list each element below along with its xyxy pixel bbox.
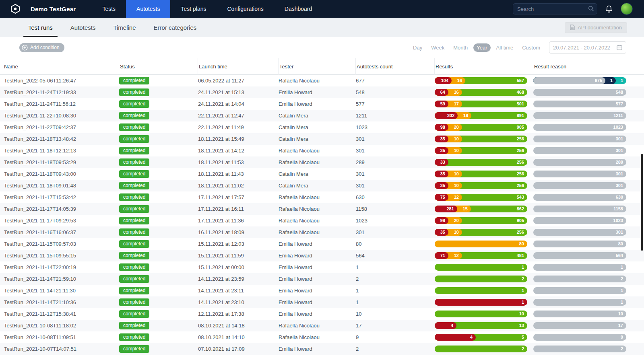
table-row[interactable]: TestRun_2021-11-17T09:29:53completed17.1… xyxy=(0,215,644,226)
table-row[interactable]: TestRun_2021-11-16T16:06:37completed16.1… xyxy=(0,226,644,238)
status-badge: completed xyxy=(119,275,149,283)
column-header-name: Name xyxy=(3,58,119,75)
period-week[interactable]: Week xyxy=(428,43,448,52)
bar-segment-value: 301 xyxy=(616,229,623,236)
bar-segment-failed: 4 xyxy=(435,322,456,329)
cell-result-reason: 80 xyxy=(533,241,644,247)
nav-item-autotests[interactable]: Autotests xyxy=(126,0,170,18)
cell-result-reason: 1023 xyxy=(533,124,644,131)
app-logo[interactable] xyxy=(0,4,31,14)
table-row[interactable]: TestRun_2021-11-24T11:56:12completed24.1… xyxy=(0,98,644,110)
add-condition-button[interactable]: Add condition xyxy=(19,43,64,52)
table-row[interactable]: TestRun_2021-10-08T11:18:02completed08.1… xyxy=(0,320,644,331)
bar-segment-failed: 281 xyxy=(435,206,457,212)
bar-segment-failed: 302 xyxy=(435,112,458,119)
bar-segment-passed: 1 xyxy=(435,287,527,294)
result-reason-bar: 630 xyxy=(533,194,626,201)
table-row[interactable]: TestRun_2021-11-18T13:48:42completed18.1… xyxy=(0,133,644,145)
table-row[interactable]: TestRun_2021-11-15T09:57:03completed15.1… xyxy=(0,238,644,250)
bar-segment-failed: 75 xyxy=(435,194,448,201)
status-badge: completed xyxy=(119,333,149,341)
table-row[interactable]: TestRun_2021-11-22T10:08:30completed22.1… xyxy=(0,110,644,121)
api-documentation-button[interactable]: API documentation xyxy=(565,22,627,33)
bar-segment-value: 481 xyxy=(517,252,524,259)
cell-status: completed xyxy=(119,217,198,224)
period-custom[interactable]: Custom xyxy=(519,43,543,52)
period-all-time[interactable]: All time xyxy=(493,43,517,52)
table-row[interactable]: TestRun_2021-11-18T09:53:29completed18.1… xyxy=(0,156,644,168)
table-row[interactable]: TestRun_2021-11-18T09:43:00completed18.1… xyxy=(0,168,644,180)
nav-item-tests[interactable]: Tests xyxy=(92,0,126,18)
add-condition-label: Add condition xyxy=(30,45,60,50)
result-reason-bar: 564 xyxy=(533,252,626,259)
cell-results: 7512543 xyxy=(435,194,533,201)
period-year[interactable]: Year xyxy=(473,43,490,52)
vertical-scrollbar-track[interactable] xyxy=(640,75,644,362)
bar-segment-value: 10 xyxy=(454,147,459,154)
results-bar: 7112481 xyxy=(435,252,527,259)
date-range-picker[interactable]: 20.07.2021 - 20.07.2022 xyxy=(549,41,626,53)
tab-error-categories[interactable]: Error categories xyxy=(145,18,206,37)
cell-launch-time: 18.11.2021 at 14:12 xyxy=(198,148,279,154)
table-row[interactable]: TestRun_2021-11-14T21:10:36completed14.1… xyxy=(0,296,644,308)
bar-segment-value: 1023 xyxy=(613,217,623,224)
table-row[interactable]: TestRun_2021-11-15T09:55:15completed15.1… xyxy=(0,250,644,261)
results-bar: 1 xyxy=(435,264,527,271)
bar-segment-grey: 1 xyxy=(533,264,626,271)
bar-segment-grey: 1023 xyxy=(533,124,626,131)
notifications-bell-icon[interactable] xyxy=(605,4,613,13)
bar-segment-value: 256 xyxy=(517,182,524,189)
table-row[interactable]: TestRun_2021-11-14T22:00:19completed15.1… xyxy=(0,261,644,273)
table-row[interactable]: TestRun_2021-11-22T09:42:37completed22.1… xyxy=(0,121,644,133)
cell-result-reason: 289 xyxy=(533,159,644,166)
result-reason-bar: 1158 xyxy=(533,206,626,212)
nav-item-dashboard[interactable]: Dashboard xyxy=(274,0,323,18)
table-row[interactable]: TestRun_2021-11-14T21:59:10completed14.1… xyxy=(0,273,644,285)
cell-status: completed xyxy=(119,275,198,283)
period-selector: DayWeekMonthYearAll timeCustom xyxy=(410,43,543,52)
cell-result-reason: 1023 xyxy=(533,217,644,224)
table-row[interactable]: TestRun_2021-11-12T15:38:41completed12.1… xyxy=(0,308,644,320)
cell-results: 80 xyxy=(435,241,533,247)
bar-segment-passed: 2 xyxy=(435,276,527,282)
nav-item-configurations[interactable]: Configurations xyxy=(217,0,274,18)
table-row[interactable]: TestRun_2021-11-18T12:12:13completed18.1… xyxy=(0,145,644,156)
table-row[interactable]: TestRun_2021-11-17T14:05:39completed17.1… xyxy=(0,203,644,215)
cell-status: completed xyxy=(119,182,198,189)
bar-segment-grey: 2 xyxy=(533,346,626,352)
tab-autotests[interactable]: Autotests xyxy=(62,18,105,37)
api-documentation-label: API documentation xyxy=(578,25,622,31)
vertical-scrollbar-thumb[interactable] xyxy=(641,154,643,251)
status-badge: completed xyxy=(119,287,149,294)
table-header-row: NameStatusLaunch timeTesterAutotests cou… xyxy=(0,58,644,75)
column-header-results: Results xyxy=(435,58,533,75)
table-row[interactable]: TestRun_2021-11-24T12:19:33completed24.1… xyxy=(0,86,644,98)
tab-test-runs[interactable]: Test runs xyxy=(19,18,62,37)
bar-segment-failed: 33 xyxy=(435,159,448,166)
bar-segment-value: 98 xyxy=(440,217,445,224)
bar-segment-grey: 289 xyxy=(533,159,626,166)
table-row[interactable]: TestRun_2022-05-06T11:26:47completed06.0… xyxy=(0,75,644,86)
user-avatar[interactable] xyxy=(621,3,633,15)
results-bar: 2 xyxy=(435,276,527,282)
table-body: TestRun_2022-05-06T11:26:47completed06.0… xyxy=(0,75,644,355)
result-reason-bar: 17 xyxy=(533,322,626,329)
table-row[interactable]: TestRun_2021-10-07T14:07:51completed07.1… xyxy=(0,343,644,355)
tab-timeline[interactable]: Timeline xyxy=(104,18,144,37)
status-badge: completed xyxy=(119,298,149,306)
period-day[interactable]: Day xyxy=(410,43,425,52)
search-input[interactable] xyxy=(513,3,597,14)
cell-result-reason: 577 xyxy=(533,101,644,107)
table-row[interactable]: TestRun_2021-10-08T11:09:51completed08.1… xyxy=(0,331,644,343)
cell-name: TestRun_2021-11-18T09:53:29 xyxy=(3,159,119,165)
status-badge: completed xyxy=(119,252,149,259)
bar-segment-value: 1 xyxy=(621,287,623,294)
bar-segment-grey: 10 xyxy=(533,311,626,317)
nav-item-test-plans[interactable]: Test plans xyxy=(170,0,217,18)
table-row[interactable]: TestRun_2021-11-17T15:53:42completed17.1… xyxy=(0,191,644,203)
table-row[interactable]: TestRun_2021-11-14T21:11:30completed14.1… xyxy=(0,285,644,296)
bar-segment-value: 302 xyxy=(447,112,454,119)
table-row[interactable]: TestRun_2021-11-18T09:01:48completed18.1… xyxy=(0,180,644,191)
result-reason-bar: 289 xyxy=(533,159,626,166)
period-month[interactable]: Month xyxy=(450,43,471,52)
